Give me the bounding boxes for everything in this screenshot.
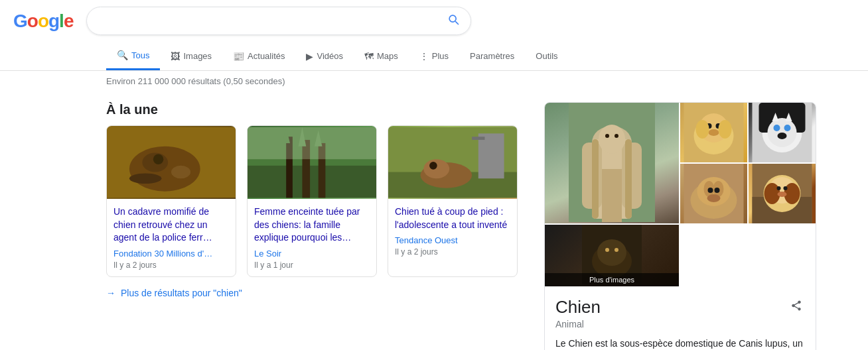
results-count: Environ 211 000 000 résultats (0,50 seco… [0, 71, 868, 91]
section-title: À la une [106, 102, 518, 117]
news-card-1-title: Un cadavre momifié de chien retrouvé che… [113, 205, 229, 245]
svg-point-20 [423, 159, 449, 178]
kp-image-dark[interactable]: Plus d'images [545, 225, 679, 286]
main-content: À la une Un cadavre momifié de chien ret… [0, 91, 868, 350]
news-card-3[interactable]: Chien tué à coup de pied : l'adolescente… [388, 125, 518, 277]
news-card-2-body: Femme enceinte tuée par des chiens: la f… [248, 199, 376, 276]
svg-rect-31 [592, 139, 599, 219]
search-input[interactable]: chien [98, 15, 447, 27]
tab-plus-label: Plus [432, 51, 449, 61]
svg-point-3 [171, 166, 190, 178]
news-card-1[interactable]: Un cadavre momifié de chien retrouvé che… [106, 125, 236, 277]
svg-point-70 [605, 248, 609, 252]
news-card-1-image [107, 126, 236, 199]
tab-parametres-label: Paramètres [470, 51, 514, 61]
news-card-3-source: Tendance Ouest [395, 235, 510, 245]
tab-tous-label: Tous [131, 50, 149, 60]
tab-maps-label: Maps [377, 51, 398, 61]
svg-point-38 [709, 129, 719, 136]
svg-point-56 [715, 188, 720, 193]
news-cards-container: Un cadavre momifié de chien retrouvé che… [106, 125, 518, 277]
arrow-icon: → [106, 288, 115, 298]
tab-outils-label: Outils [536, 51, 557, 61]
kp-description: Le Chien est la sous-espèce domestique d… [555, 336, 805, 350]
news-card-1-time: Il y a 2 jours [113, 261, 229, 270]
news-card-2-title: Femme enceinte tuée par des chiens: la f… [254, 205, 370, 245]
svg-point-45 [774, 125, 780, 131]
news-card-2[interactable]: Femme enceinte tuée par des chiens: la f… [247, 125, 377, 277]
left-column: À la une Un cadavre momifié de chien ret… [106, 91, 518, 350]
video-icon: ▶ [306, 51, 313, 62]
kp-share-button[interactable] [788, 297, 805, 318]
knowledge-panel: Plus d'images Chien Animal Le Chien est [544, 91, 816, 350]
kp-image-husky[interactable] [749, 103, 816, 162]
more-results-link[interactable]: → Plus de résultats pour "chien" [106, 288, 518, 298]
svg-point-27 [599, 125, 625, 154]
search-button[interactable] [447, 13, 460, 29]
svg-point-69 [597, 239, 626, 266]
images-icon: 🖼 [171, 51, 180, 62]
google-logo[interactable]: Google [13, 11, 73, 32]
news-card-3-body: Chien tué à coup de pied : l'adolescente… [388, 199, 517, 263]
search-icon: 🔍 [117, 50, 128, 60]
svg-point-1 [129, 146, 200, 192]
kp-subtitle: Animal [555, 319, 805, 329]
svg-point-46 [784, 125, 791, 131]
kp-title-row: Chien [555, 297, 805, 318]
news-card-2-image [248, 126, 376, 199]
tab-images-label: Images [183, 51, 212, 61]
svg-rect-14 [248, 127, 376, 160]
svg-point-55 [708, 188, 713, 193]
tab-parametres[interactable]: Paramètres [459, 43, 525, 69]
news-card-3-image [388, 126, 517, 199]
svg-point-21 [429, 162, 437, 170]
svg-point-64 [777, 186, 781, 190]
kp-description-text: Le Chien est la sous-espèce domestique d… [555, 338, 803, 350]
tab-images[interactable]: 🖼 Images [160, 43, 222, 70]
svg-rect-18 [472, 137, 484, 140]
header: Google chien [0, 0, 868, 42]
kp-image-golden[interactable] [680, 103, 747, 162]
news-card-2-time: Il y a 1 jour [254, 261, 370, 270]
svg-point-4 [153, 154, 164, 164]
tab-maps[interactable]: 🗺 Maps [354, 43, 409, 70]
more-dots-icon: ⋮ [419, 51, 429, 62]
svg-point-66 [778, 192, 787, 197]
kp-body: Chien Animal Le Chien est la sous-espèce… [545, 286, 816, 350]
svg-point-29 [615, 134, 618, 138]
tab-outils[interactable]: Outils [525, 43, 568, 69]
tab-videos[interactable]: ▶ Vidéos [295, 43, 354, 70]
news-card-2-source: Le Soir [254, 249, 370, 259]
tab-tous[interactable]: 🔍 Tous [106, 42, 160, 70]
tab-actualites-label: Actualités [248, 51, 285, 61]
maps-icon: 🗺 [364, 51, 374, 62]
svg-point-71 [615, 248, 618, 252]
svg-point-40 [719, 120, 732, 139]
tab-videos-label: Vidéos [317, 51, 343, 61]
news-card-1-body: Un cadavre momifié de chien retrouvé che… [107, 199, 236, 276]
svg-point-47 [778, 133, 787, 139]
kp-container: Plus d'images Chien Animal Le Chien est [544, 102, 816, 350]
more-images-overlay[interactable]: Plus d'images [545, 273, 679, 286]
news-icon: 📰 [233, 51, 244, 62]
svg-rect-30 [602, 169, 622, 222]
svg-point-57 [707, 194, 721, 202]
tab-actualites[interactable]: 📰 Actualités [222, 43, 295, 70]
kp-image-beagle[interactable] [749, 164, 816, 223]
kp-image-sharpei[interactable] [680, 164, 747, 223]
results-count-text: Environ 211 000 000 résultats (0,50 seco… [106, 76, 285, 86]
search-bar: chien [86, 7, 471, 35]
kp-image-main[interactable] [545, 103, 679, 223]
tab-plus[interactable]: ⋮ Plus [409, 43, 459, 70]
svg-point-39 [696, 120, 709, 139]
svg-point-28 [605, 134, 609, 138]
svg-rect-7 [248, 166, 376, 198]
svg-point-65 [784, 186, 788, 190]
nav-tabs: 🔍 Tous 🖼 Images 📰 Actualités ▶ Vidéos 🗺 … [0, 42, 868, 71]
more-images-text: Plus d'images [589, 276, 634, 284]
more-results-text: Plus de résultats pour "chien" [121, 288, 242, 298]
news-card-3-time: Il y a 2 jours [395, 247, 510, 257]
svg-rect-17 [478, 133, 504, 178]
kp-title: Chien [555, 297, 601, 318]
kp-images-grid: Plus d'images [545, 103, 816, 286]
